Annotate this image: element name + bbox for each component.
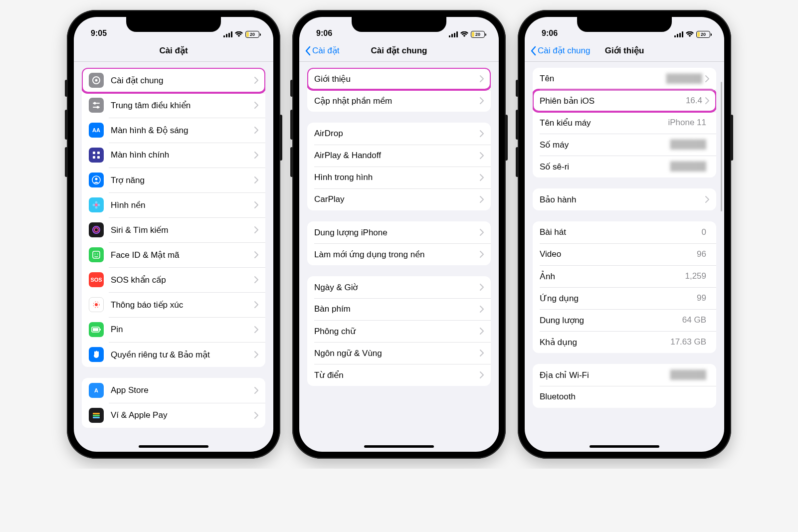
faceid-icon	[89, 247, 104, 262]
svg-rect-34	[449, 35, 450, 37]
settings-row-faceid[interactable]: Face ID & Mật mã	[82, 242, 265, 267]
privacy-icon	[89, 347, 104, 362]
svg-rect-30	[100, 329, 101, 331]
settings-row-siri[interactable]: Siri & Tìm kiếm	[82, 217, 265, 242]
appstore-icon: A	[89, 383, 104, 398]
settings-row-accessibility[interactable]: Trợ năng	[82, 168, 265, 192]
chevron-right-icon	[254, 251, 258, 258]
row-label: Phiên bản iOS	[540, 96, 686, 106]
svg-rect-32	[93, 415, 100, 416]
row-label: Bài hát	[540, 227, 702, 237]
svg-rect-0	[223, 35, 225, 37]
row-label: Giới thiệu	[314, 74, 480, 84]
row-airdrop[interactable]: AirDrop	[307, 123, 491, 145]
chevron-right-icon	[254, 276, 258, 283]
row-airplay[interactable]: AirPlay & Handoff	[307, 145, 491, 167]
settings-row-control-center[interactable]: Trung tâm điều khiển	[82, 93, 265, 118]
svg-rect-35	[451, 34, 453, 37]
chevron-right-icon	[480, 75, 484, 82]
row-capacity: Dung lượng64 GB	[533, 309, 716, 331]
row-label: AirPlay & Handoff	[314, 151, 480, 161]
row-pip[interactable]: Hình trong hình	[307, 167, 491, 188]
chevron-right-icon	[254, 152, 258, 159]
row-update[interactable]: Cập nhật phần mềm	[307, 90, 491, 112]
chevron-right-icon	[480, 152, 484, 159]
home-indicator[interactable]	[364, 445, 434, 448]
sos-icon: SOS	[89, 272, 104, 287]
settings-list[interactable]: Cài đặt chungTrung tâm điều khiểnAAMàn h…	[74, 62, 273, 452]
row-ios[interactable]: Phiên bản iOS16.4	[533, 90, 716, 112]
row-language[interactable]: Ngôn ngữ & Vùng	[307, 342, 491, 364]
row-available: Khả dụng17.63 GB	[533, 331, 716, 353]
row-label: SOS khẩn cấp	[111, 275, 254, 285]
settings-row-display[interactable]: AAMàn hình & Độ sáng	[82, 118, 265, 143]
nav-title: Cài đặt chung	[371, 45, 427, 56]
phone-frame-3: 9:06 20 Cài đặt chung Giới thiệu Tên████…	[518, 10, 731, 459]
settings-row-wallet[interactable]: Ví & Apple Pay	[82, 403, 265, 428]
svg-rect-31	[93, 413, 100, 414]
row-label: Bluetooth	[540, 392, 706, 402]
row-datetime[interactable]: Ngày & Giờ	[307, 276, 491, 298]
row-label: Địa chỉ Wi-Fi	[540, 370, 670, 380]
svg-point-5	[95, 79, 98, 82]
chevron-right-icon	[480, 130, 484, 137]
row-songs: Bài hát0	[533, 221, 716, 243]
chevron-right-icon	[480, 196, 484, 203]
row-warranty[interactable]: Bảo hành	[533, 188, 716, 210]
settings-row-wallpaper[interactable]: Hình nền	[82, 192, 265, 217]
chevron-right-icon	[480, 229, 484, 236]
chevron-right-icon	[705, 97, 709, 104]
svg-point-20	[93, 204, 95, 206]
about-list[interactable]: Tên██████Phiên bản iOS16.4Tên kiểu máyiP…	[525, 62, 724, 452]
settings-row-home-screen[interactable]: Màn hình chính	[82, 143, 265, 168]
svg-rect-33	[93, 417, 100, 418]
back-label: Cài đặt chung	[538, 45, 590, 56]
row-label: CarPlay	[314, 194, 480, 204]
row-label: Ứng dụng	[540, 293, 697, 304]
svg-point-17	[95, 201, 98, 204]
svg-rect-1	[226, 34, 227, 37]
cellular-icon	[674, 31, 683, 37]
siri-icon	[89, 222, 104, 237]
phone-frame-1: 9:05 20 Cài đặt Cài đặt chungTrung tâm đ…	[67, 10, 280, 459]
row-label: Tên	[540, 74, 666, 84]
row-apps: Ứng dụng99	[533, 287, 716, 309]
row-bgrefresh[interactable]: Làm mới ứng dụng trong nền	[307, 243, 491, 265]
row-label: Từ điển	[314, 370, 480, 380]
row-label: Hình trong hình	[314, 173, 480, 182]
settings-row-privacy[interactable]: Quyền riêng tư & Bảo mật	[82, 342, 265, 367]
nav-title: Cài đặt	[159, 45, 188, 56]
row-about[interactable]: Giới thiệu	[307, 68, 491, 90]
svg-rect-38	[674, 35, 676, 37]
general-list[interactable]: Giới thiệuCập nhật phần mềm AirDropAirPl…	[299, 62, 499, 452]
row-dictionary[interactable]: Từ điển	[307, 364, 491, 386]
svg-rect-36	[454, 33, 455, 37]
svg-rect-13	[97, 156, 100, 159]
settings-row-battery[interactable]: Pin	[82, 317, 265, 342]
nav-bar: Cài đặt	[74, 40, 273, 62]
home-indicator[interactable]	[139, 445, 208, 448]
row-value: 16.4	[686, 96, 702, 106]
scrollbar[interactable]	[721, 82, 722, 211]
row-keyboard[interactable]: Bàn phím	[307, 298, 491, 320]
row-label: Quyền riêng tư & Bảo mật	[111, 350, 254, 360]
back-label: Cài đặt	[312, 45, 339, 56]
settings-row-exposure[interactable]: Thông báo tiếp xúc	[82, 292, 265, 317]
row-fonts[interactable]: Phông chữ	[307, 320, 491, 342]
back-button[interactable]: Cài đặt chung	[530, 40, 590, 61]
home-indicator[interactable]	[590, 445, 659, 448]
row-model-name: Tên kiểu máyiPhone 11	[533, 112, 716, 134]
row-name[interactable]: Tên██████	[533, 68, 716, 90]
settings-row-general[interactable]: Cài đặt chung	[82, 68, 265, 93]
row-serial: Số sê-ri██████	[533, 156, 716, 177]
chevron-right-icon	[480, 251, 484, 258]
row-storage[interactable]: Dung lượng iPhone	[307, 221, 491, 243]
settings-row-appstore[interactable]: AApp Store	[82, 378, 265, 403]
row-label: Màn hình chính	[111, 150, 254, 160]
settings-row-sos[interactable]: SOSSOS khẩn cấp	[82, 267, 265, 292]
chevron-right-icon	[254, 226, 258, 233]
row-photos: Ảnh1,259	[533, 265, 716, 287]
back-button[interactable]: Cài đặt	[304, 40, 339, 61]
chevron-right-icon	[254, 177, 258, 183]
row-carplay[interactable]: CarPlay	[307, 188, 491, 210]
